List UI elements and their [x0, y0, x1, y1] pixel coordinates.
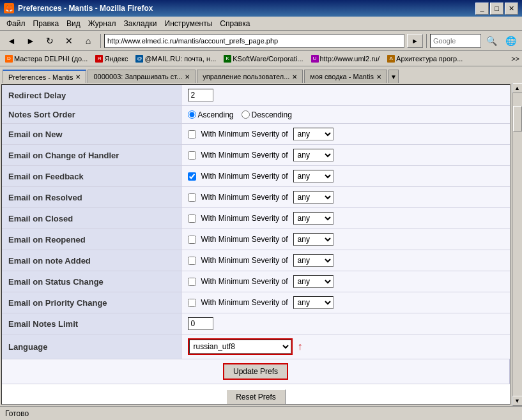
forward-button[interactable]: ►: [22, 33, 40, 49]
severity-label: With Minimum Severity of: [201, 256, 288, 265]
update-btn-cell: Update Prefs: [2, 359, 510, 384]
label-redirect-delay: Redirect Delay: [2, 85, 181, 106]
bookmark-icon-uml: U: [311, 55, 319, 63]
tab-close-bug[interactable]: ✕: [185, 73, 190, 80]
tab-close-preferences[interactable]: ✕: [75, 73, 81, 80]
search-icon[interactable]: 🔍: [482, 33, 500, 49]
email-resolved-row: With Minimum Severity of anylownormalhig…: [188, 191, 503, 204]
email-notes-limit-input[interactable]: [188, 317, 213, 330]
refresh-button[interactable]: ↻: [41, 33, 59, 49]
search-input[interactable]: [430, 34, 481, 48]
minimize-button[interactable]: _: [475, 3, 489, 15]
redirect-delay-input[interactable]: [188, 89, 213, 101]
email-closed-checkbox[interactable]: [188, 214, 196, 223]
bookmarks-more-button[interactable]: >>: [511, 55, 519, 63]
bookmark-uml[interactable]: U http://www.uml2.ru/: [309, 54, 383, 63]
bookmarks-bar: D Мастера DELPHI (до... Я Яндекс @ @MAIL…: [0, 51, 522, 66]
bookmark-arch[interactable]: А Архитектура прогр...: [385, 54, 465, 63]
menu-view[interactable]: Вид: [63, 18, 84, 29]
reset-prefs-button[interactable]: Reset Prefs: [226, 389, 286, 405]
menu-history[interactable]: Журнал: [84, 18, 120, 29]
language-select[interactable]: russian_utf8 english german: [189, 340, 291, 354]
bookmark-yandex[interactable]: Я Яндекс: [93, 54, 130, 63]
tab-preferences[interactable]: Preferences - Mantis ✕: [3, 70, 86, 83]
radio-descending[interactable]: [242, 110, 250, 119]
menu-file[interactable]: Файл: [3, 18, 29, 29]
label-email-new: Email on New: [2, 124, 181, 145]
label-email-resolved: Email on Resolved: [2, 187, 181, 208]
extensions-icon[interactable]: 🌐: [502, 33, 519, 49]
email-resolved-checkbox[interactable]: [188, 193, 196, 202]
table-row: Email on Feedback With Minimum Severity …: [2, 166, 510, 187]
window-controls[interactable]: _ □ ✕: [475, 3, 518, 15]
tabs-more-button[interactable]: ▼: [388, 70, 399, 83]
value-email-status: With Minimum Severity of anylownormalhig…: [181, 271, 510, 292]
stop-button[interactable]: ✕: [60, 33, 78, 49]
email-reopened-checkbox[interactable]: [188, 236, 196, 244]
tab-bug0000003[interactable]: 0000003: Запрашивать ст... ✕: [88, 70, 196, 83]
email-new-severity[interactable]: anylownormalhigh: [293, 128, 334, 140]
email-feedback-checkbox[interactable]: [188, 172, 196, 181]
email-priority-checkbox[interactable]: [188, 299, 196, 307]
tab-close-mysummary[interactable]: ✕: [376, 73, 381, 80]
status-bar: Готово: [0, 406, 522, 420]
email-priority-row: With Minimum Severity of anylownormalhig…: [188, 296, 503, 309]
notes-sort-group: Ascending Descending: [188, 110, 503, 119]
value-email-new: With Minimum Severity of anylownormalhig…: [181, 124, 510, 145]
email-closed-severity[interactable]: anylownormalhigh: [293, 212, 334, 225]
back-button[interactable]: ◄: [3, 33, 20, 49]
email-note-severity[interactable]: anylownormalhigh: [293, 254, 334, 267]
address-input[interactable]: [104, 34, 404, 48]
email-resolved-severity[interactable]: anylownormalhigh: [293, 191, 334, 204]
menu-tools[interactable]: Инструменты: [161, 18, 217, 29]
label-language: Language: [2, 334, 181, 359]
update-prefs-button[interactable]: Update Prefs: [223, 363, 288, 380]
table-row: Redirect Delay: [2, 85, 510, 106]
close-button[interactable]: ✕: [505, 3, 518, 15]
email-handler-severity[interactable]: anylownormalhigh: [293, 149, 334, 161]
email-handler-checkbox[interactable]: [188, 151, 196, 160]
label-email-closed: Email on Closed: [2, 208, 181, 229]
value-notes-sort: Ascending Descending: [181, 106, 510, 124]
table-row: Email on Resolved With Minimum Severity …: [2, 187, 510, 208]
bookmark-ksoft[interactable]: K KSoftWare/Corporati...: [221, 54, 305, 63]
value-redirect-delay: [181, 85, 510, 106]
email-status-severity[interactable]: anylownormalhigh: [293, 275, 334, 288]
email-status-checkbox[interactable]: [188, 278, 196, 286]
bookmark-delphi[interactable]: D Мастера DELPHI (до...: [3, 54, 90, 63]
scroll-down-button[interactable]: ▼: [512, 396, 523, 406]
table-row-btn: Update Prefs: [2, 359, 510, 384]
menu-edit[interactable]: Правка: [29, 18, 63, 29]
radio-ascending-label[interactable]: Ascending: [188, 110, 234, 119]
tab-label: моя сводка - Mantis: [310, 73, 374, 80]
email-feedback-severity[interactable]: anylownormalhigh: [293, 170, 334, 183]
menu-help[interactable]: Справка: [216, 18, 254, 29]
email-note-checkbox[interactable]: [188, 257, 196, 265]
scroll-track[interactable]: [512, 93, 523, 396]
window-title: Preferences - Mantis - Mozilla Firefox: [18, 4, 475, 13]
prefs-table: Redirect Delay Notes Sort Order Ascendin…: [2, 85, 510, 384]
radio-descending-label[interactable]: Descending: [242, 110, 292, 119]
menu-bookmarks[interactable]: Закладки: [120, 18, 161, 29]
value-email-reopened: With Minimum Severity of anylownormalhig…: [181, 229, 510, 250]
tab-label: Preferences - Mantis: [8, 73, 73, 81]
value-email-closed: With Minimum Severity of anylownormalhig…: [181, 208, 510, 229]
tab-close-usermanage[interactable]: ✕: [292, 73, 297, 80]
scroll-thumb[interactable]: [513, 106, 522, 131]
search-box: 🔍: [430, 33, 500, 49]
email-feedback-row: With Minimum Severity of anylownormalhig…: [188, 170, 503, 183]
maximize-button[interactable]: □: [490, 3, 503, 15]
severity-label: With Minimum Severity of: [201, 235, 288, 244]
tab-mysummary[interactable]: моя сводка - Mantis ✕: [304, 70, 387, 83]
email-reopened-severity[interactable]: anylownormalhigh: [293, 233, 334, 246]
home-button[interactable]: ⌂: [79, 33, 97, 49]
email-new-checkbox[interactable]: [188, 130, 196, 139]
go-button[interactable]: ►: [407, 34, 423, 48]
table-row: Notes Sort Order Ascending Descending: [2, 106, 510, 124]
scroll-up-button[interactable]: ▲: [512, 83, 523, 93]
tab-usermanage[interactable]: управление пользовател... ✕: [197, 70, 303, 83]
table-row: Email Notes Limit: [2, 313, 510, 334]
bookmark-mail[interactable]: @ @MAIL.RU: почта, н...: [133, 54, 219, 63]
email-priority-severity[interactable]: anylownormalhigh: [293, 296, 334, 309]
radio-ascending[interactable]: [188, 110, 196, 119]
